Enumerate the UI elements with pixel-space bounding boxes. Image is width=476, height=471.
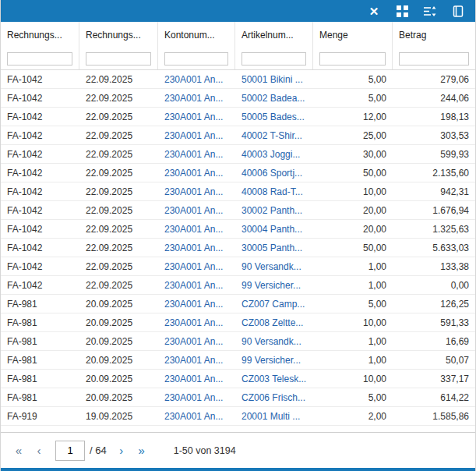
table-row[interactable]: FA-98120.09.2025230A001 An...90 Versandk… bbox=[1, 332, 475, 351]
prev-page-button[interactable]: ‹ bbox=[29, 441, 49, 461]
table-row[interactable]: FA-91919.09.2025230A001 An...20001 Multi… bbox=[1, 407, 475, 426]
table-cell-link[interactable]: 50002 Badea... bbox=[235, 89, 313, 107]
filter-cell-4 bbox=[313, 48, 393, 69]
table-cell-link[interactable]: CZ003 Telesk... bbox=[235, 370, 313, 388]
table-cell-link[interactable]: 230A001 An... bbox=[158, 164, 235, 182]
table-cell: 198,13 bbox=[393, 108, 475, 126]
table-row[interactable]: FA-104222.09.2025230A001 An...40003 Jogg… bbox=[1, 145, 475, 164]
table-cell: FA-981 bbox=[1, 332, 79, 350]
grid-view-button[interactable] bbox=[394, 3, 410, 19]
filter-input-4[interactable] bbox=[319, 52, 386, 66]
table-cell-link[interactable]: 230A001 An... bbox=[158, 370, 235, 388]
table-cell: 50,00 bbox=[313, 164, 393, 182]
table-cell-link[interactable]: 230A001 An... bbox=[158, 239, 235, 257]
filter-input-5[interactable] bbox=[399, 52, 469, 66]
first-page-button[interactable]: « bbox=[9, 441, 29, 461]
table-cell-link[interactable]: 90 Versandk... bbox=[235, 257, 313, 275]
table-cell-link[interactable]: 30002 Panth... bbox=[235, 201, 313, 219]
table-cell: 50,07 bbox=[393, 351, 475, 369]
table-row[interactable]: FA-104222.09.2025230A001 An...90 Versand… bbox=[1, 257, 475, 276]
table-cell-link[interactable]: CZ008 Zeltte... bbox=[235, 313, 313, 331]
export-button[interactable] bbox=[450, 3, 466, 19]
grid-icon bbox=[397, 5, 408, 17]
next-page-button[interactable]: › bbox=[111, 441, 132, 461]
table-cell: 1.585,86 bbox=[393, 407, 475, 425]
table-cell-link[interactable]: 30004 Panth... bbox=[235, 220, 313, 238]
table-row[interactable]: FA-104222.09.2025230A001 An...99 Versich… bbox=[1, 276, 475, 295]
table-cell-link[interactable]: 230A001 An... bbox=[158, 388, 235, 406]
table-cell-link[interactable]: 230A001 An... bbox=[158, 145, 235, 163]
table-cell-link[interactable]: 230A001 An... bbox=[158, 257, 235, 275]
table-cell-link[interactable]: 99 Versicher... bbox=[235, 276, 313, 294]
table-cell: FA-1042 bbox=[1, 220, 79, 238]
table-cell-link[interactable]: 230A001 An... bbox=[158, 201, 235, 219]
table-cell-link[interactable]: 50005 Bades... bbox=[235, 108, 313, 126]
table-cell: 0,00 bbox=[393, 276, 475, 294]
table-cell: 5,00 bbox=[313, 295, 393, 313]
table-cell-link[interactable]: 230A001 An... bbox=[158, 276, 235, 294]
table-cell-link[interactable]: 230A001 An... bbox=[158, 70, 235, 88]
table-cell: 19.09.2025 bbox=[79, 407, 158, 425]
filter-cell-3 bbox=[235, 48, 313, 69]
table-cell: 22.09.2025 bbox=[79, 89, 158, 107]
table-cell-link[interactable]: 90 Versandk... bbox=[235, 332, 313, 350]
column-settings-icon bbox=[424, 5, 436, 17]
table-cell: FA-1042 bbox=[1, 164, 79, 182]
page-count-label: / 64 bbox=[90, 444, 107, 456]
table-cell-link[interactable]: 230A001 An... bbox=[158, 126, 235, 144]
table-cell-link[interactable]: 230A001 An... bbox=[158, 108, 235, 126]
column-settings-button[interactable] bbox=[422, 3, 438, 19]
table-row[interactable]: FA-104222.09.2025230A001 An...40008 Rad-… bbox=[1, 182, 475, 201]
table-cell-link[interactable]: 230A001 An... bbox=[158, 313, 235, 331]
close-button[interactable]: ✕ bbox=[366, 3, 382, 19]
table-row[interactable]: FA-98120.09.2025230A001 An...CZ007 Camp.… bbox=[1, 295, 475, 313]
table-cell-link[interactable]: 230A001 An... bbox=[158, 182, 235, 200]
table-row[interactable]: FA-104222.09.2025230A001 An...50001 Biki… bbox=[1, 70, 475, 89]
table-cell-link[interactable]: 20001 Multi ... bbox=[235, 407, 313, 425]
table-cell-link[interactable]: 230A001 An... bbox=[158, 89, 235, 107]
table-row[interactable]: FA-104222.09.2025230A001 An...50005 Bade… bbox=[1, 108, 475, 126]
last-page-button[interactable]: » bbox=[132, 441, 152, 461]
table-cell-link[interactable]: 50001 Bikini ... bbox=[235, 70, 313, 88]
filter-input-1[interactable] bbox=[86, 52, 151, 66]
table-cell-link[interactable]: 30005 Panth... bbox=[235, 239, 313, 257]
table-cell: 591,33 bbox=[393, 313, 475, 331]
table-cell: 22.09.2025 bbox=[79, 220, 158, 238]
table-cell-link[interactable]: 40008 Rad-T... bbox=[235, 182, 313, 200]
table-row[interactable]: FA-98120.09.2025230A001 An...CZ006 Frisc… bbox=[1, 388, 475, 407]
table-row[interactable]: FA-104222.09.2025230A001 An...30005 Pant… bbox=[1, 239, 475, 257]
table-cell-link[interactable]: 99 Versicher... bbox=[235, 351, 313, 369]
table-cell-link[interactable]: 40003 Joggi... bbox=[235, 145, 313, 163]
table-row[interactable]: FA-104222.09.2025230A001 An...40002 T-Sh… bbox=[1, 126, 475, 145]
table-cell-link[interactable]: 40002 T-Shir... bbox=[235, 126, 313, 144]
table-row[interactable]: FA-104222.09.2025230A001 An...50002 Bade… bbox=[1, 89, 475, 108]
table-cell: 2.135,60 bbox=[393, 164, 475, 182]
table-cell-link[interactable]: 230A001 An... bbox=[158, 351, 235, 369]
page-number-input[interactable] bbox=[55, 441, 85, 461]
table-cell-link[interactable]: CZ006 Frisch... bbox=[235, 388, 313, 406]
filter-input-0[interactable] bbox=[7, 52, 72, 66]
table-row[interactable]: FA-98120.09.2025230A001 An...CZ003 Teles… bbox=[1, 370, 475, 388]
table-cell-link[interactable]: 230A001 An... bbox=[158, 295, 235, 313]
table-cell: 614,22 bbox=[393, 388, 475, 406]
column-header-2[interactable]: Kontonum... bbox=[158, 22, 235, 48]
table-row[interactable]: FA-104222.09.2025230A001 An...30002 Pant… bbox=[1, 201, 475, 220]
table-cell: 20.09.2025 bbox=[79, 370, 158, 388]
column-header-1[interactable]: Rechnungs... bbox=[79, 22, 158, 48]
table-cell-link[interactable]: 40006 Sportj... bbox=[235, 164, 313, 182]
column-header-3[interactable]: Artikelnum... bbox=[235, 22, 313, 48]
filter-input-2[interactable] bbox=[164, 52, 228, 66]
table-row[interactable]: FA-98120.09.2025230A001 An...99 Versiche… bbox=[1, 351, 475, 370]
column-header-5[interactable]: Betrag bbox=[393, 22, 475, 48]
column-header-4[interactable]: Menge bbox=[313, 22, 393, 48]
table-cell-link[interactable]: 230A001 An... bbox=[158, 220, 235, 238]
table-cell-link[interactable]: CZ007 Camp... bbox=[235, 295, 313, 313]
table-cell-link[interactable]: 230A001 An... bbox=[158, 407, 235, 425]
table-row[interactable]: FA-104222.09.2025230A001 An...40006 Spor… bbox=[1, 164, 475, 182]
table-row[interactable]: FA-98120.09.2025230A001 An...CZ008 Zeltt… bbox=[1, 313, 475, 332]
filter-input-3[interactable] bbox=[242, 52, 306, 66]
table-cell: 1,00 bbox=[313, 332, 393, 350]
table-row[interactable]: FA-104222.09.2025230A001 An...30004 Pant… bbox=[1, 220, 475, 239]
column-header-0[interactable]: Rechnungs... bbox=[1, 22, 79, 48]
table-cell-link[interactable]: 230A001 An... bbox=[158, 332, 235, 350]
